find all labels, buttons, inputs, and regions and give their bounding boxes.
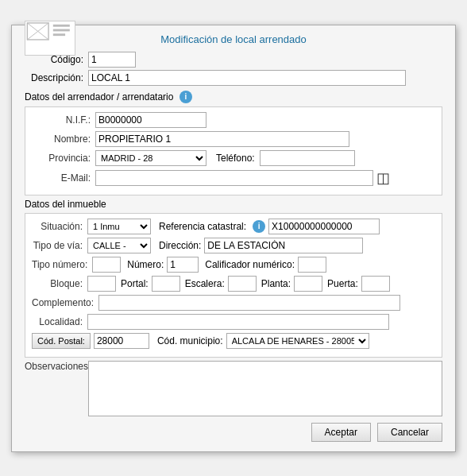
direccion-input[interactable] (204, 238, 363, 253)
nombre-row: Nombre: (32, 131, 435, 147)
localidad-input[interactable] (87, 314, 389, 330)
complemento-label: Complemento: (32, 297, 98, 308)
observaciones-label: Observaciones: (25, 361, 88, 372)
cod-postal-button[interactable]: Cód. Postal: (32, 333, 91, 349)
section-arrendador-title: Datos del arrendador / arrendatario (25, 91, 173, 102)
arrendador-info-icon[interactable]: i (179, 91, 192, 103)
localidad-label: Localidad: (32, 316, 87, 327)
codigo-input[interactable] (88, 52, 136, 68)
dialog-header-area: Modificación de local arrendado (25, 33, 442, 45)
tipo-numero-input[interactable] (92, 257, 121, 273)
inmueble-section: Situación: 1 Inmu Referencia catastral: … (25, 213, 442, 358)
referencia-info-icon[interactable]: i (253, 220, 265, 233)
planta-label: Planta: (261, 278, 294, 289)
cod-municipio-select[interactable]: ALCALA DE HENARES - 28005 (226, 333, 369, 349)
observaciones-textarea[interactable] (88, 361, 442, 416)
escalera-label: Escalera: (185, 278, 228, 289)
svg-rect-5 (53, 33, 65, 36)
puerta-label: Puerta: (327, 278, 361, 289)
section-inmueble-header: Datos del inmueble (25, 199, 442, 210)
bloque-row: Bloque: Portal: Escalera: Planta: Puerta… (32, 276, 435, 292)
provincia-label: Provincia: (32, 153, 95, 164)
section-inmueble-title: Datos del inmueble (25, 199, 106, 210)
tipo-numero-row: Tipo número: Número: Calificador numéric… (32, 257, 435, 273)
numero-label: Número: (127, 259, 167, 270)
escalera-input[interactable] (228, 276, 257, 292)
telefono-input[interactable] (260, 150, 355, 166)
tipo-via-row: Tipo de vía: CALLE - Dirección: (32, 238, 435, 253)
dialog-container: Modificación de local arrendado Código: … (11, 25, 456, 452)
referencia-input[interactable] (268, 219, 380, 234)
tipo-numero-label: Tipo número: (32, 259, 92, 270)
arrendador-section: N.I.F.: Nombre: Provincia: MADRID - 28 T… (25, 106, 442, 195)
email-row: E-Mail: ◫ (32, 169, 435, 187)
descripcion-label: Descripción: (25, 72, 88, 83)
buttons-row: Aceptar Cancelar (25, 423, 442, 442)
complemento-row: Complemento: (32, 295, 435, 311)
numero-input[interactable] (167, 257, 199, 273)
email-label: E-Mail: (32, 172, 95, 184)
cod-postal-row: Cód. Postal: Cód. municipio: ALCALA DE H… (32, 333, 435, 349)
telefono-label: Teléfono: (216, 153, 260, 164)
bloque-input[interactable] (87, 276, 116, 292)
svg-rect-4 (53, 29, 70, 31)
direccion-label: Dirección: (159, 240, 204, 251)
situacion-label: Situación: (32, 221, 87, 232)
codigo-row: Código: (25, 52, 442, 68)
calificador-label: Calificador numérico: (205, 259, 298, 270)
descripcion-row: Descripción: (25, 70, 442, 86)
tipo-via-select[interactable]: CALLE - (87, 238, 151, 253)
puerta-input[interactable] (361, 276, 390, 292)
descripcion-input[interactable] (88, 70, 406, 86)
email-input[interactable] (95, 170, 373, 186)
cod-postal-input[interactable] (94, 333, 149, 349)
situacion-select[interactable]: 1 Inmu (87, 219, 151, 234)
cod-municipio-label: Cód. municipio: (157, 335, 226, 346)
cancelar-button[interactable]: Cancelar (377, 423, 442, 442)
qr-icon: ◫ (376, 169, 390, 187)
portal-label: Portal: (121, 278, 152, 289)
section-arrendador-header: Datos del arrendador / arrendatario i (25, 91, 442, 103)
observaciones-row: Observaciones: (25, 361, 442, 416)
bloque-label: Bloque: (32, 278, 87, 289)
nif-input[interactable] (95, 112, 206, 128)
nombre-input[interactable] (95, 131, 349, 147)
provincia-select[interactable]: MADRID - 28 (95, 150, 206, 166)
situacion-row: Situación: 1 Inmu Referencia catastral: … (32, 219, 435, 234)
dialog-title: Modificación de local arrendado (160, 33, 307, 45)
header-icon (25, 21, 75, 58)
nombre-label: Nombre: (32, 134, 95, 145)
aceptar-button[interactable]: Aceptar (311, 423, 371, 442)
planta-input[interactable] (294, 276, 322, 292)
calificador-input[interactable] (298, 257, 326, 273)
nif-row: N.I.F.: (32, 112, 435, 128)
tipo-via-label: Tipo de vía: (32, 240, 87, 251)
complemento-input[interactable] (98, 295, 400, 311)
referencia-label: Referencia catastral: (159, 221, 249, 232)
svg-rect-3 (53, 24, 70, 26)
portal-input[interactable] (152, 276, 180, 292)
provincia-row: Provincia: MADRID - 28 Teléfono: (32, 150, 435, 166)
localidad-row: Localidad: (32, 314, 435, 330)
nif-label: N.I.F.: (32, 114, 95, 126)
